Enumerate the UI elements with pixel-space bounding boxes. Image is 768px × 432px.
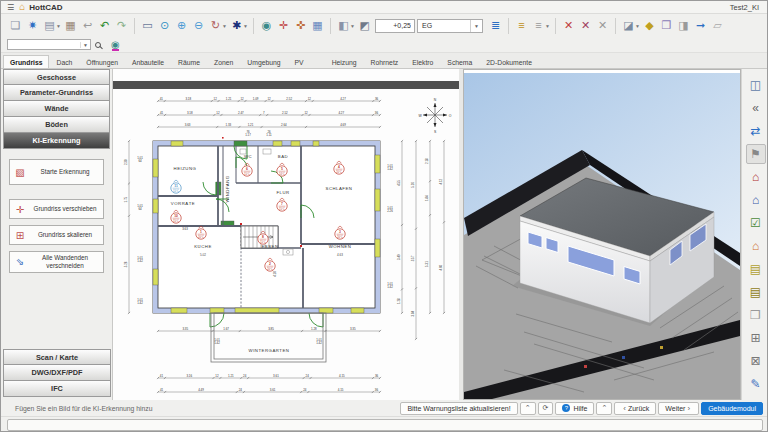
refresh-icon[interactable]: ⟳ <box>538 402 554 415</box>
sidebar-section-parameter-grundriss[interactable]: Parameter-Grundriss <box>3 85 110 101</box>
svg-text:15°C: 15°C <box>260 240 266 244</box>
tab-räume[interactable]: Räume <box>171 55 207 68</box>
zoom-icon[interactable]: ⊙ <box>156 17 173 34</box>
svg-text:3.61: 3.61 <box>273 374 279 378</box>
command-line[interactable] <box>7 419 763 431</box>
save-building-view-icon[interactable]: ⌂ <box>746 190 766 210</box>
svg-text:O: O <box>449 114 452 118</box>
building-parts-icon[interactable]: ⌂ <box>746 236 766 256</box>
search-icon[interactable] <box>95 42 101 48</box>
zoom-out-icon[interactable]: ⊖ <box>190 17 207 34</box>
tab-pv[interactable]: PV <box>288 55 311 68</box>
svg-text:36: 36 <box>375 97 379 101</box>
back-button[interactable]: ‹Zurück <box>614 402 656 415</box>
sidebar-section-geschosse[interactable]: Geschosse <box>3 69 110 85</box>
highlight-visibility-icon[interactable]: ◉ <box>111 39 120 50</box>
sidebar-section-scan-karte[interactable]: Scan / Karte <box>3 349 111 365</box>
help-collapse-button[interactable]: ⌃ <box>596 402 612 415</box>
level-offset-input[interactable] <box>375 19 415 33</box>
wall-trim2-icon[interactable]: ✕ <box>577 17 594 34</box>
tab-anbauteile[interactable]: Anbauteile <box>125 55 171 68</box>
send-plan-icon[interactable]: ↩ <box>79 17 96 34</box>
sidebar-section-b-den[interactable]: Böden <box>3 117 110 133</box>
tab-grundriss[interactable]: Grundriss <box>3 55 49 68</box>
dimension-row: 2.301.755.26 <box>124 140 130 314</box>
floorplan-canvas[interactable]: N S W O 413.18121.21121.09122.52124.2736… <box>113 69 459 400</box>
svg-text:WINTERGARTEN: WINTERGARTEN <box>249 348 290 353</box>
model-box-icon[interactable]: ▱ <box>709 17 726 34</box>
room-wintergarten: WINTERGARTEN <box>249 348 290 353</box>
search-combobox[interactable]: ▼ <box>7 39 91 50</box>
sidebar-section-ki-erkennung[interactable]: KI-Erkennung <box>3 133 110 149</box>
svg-text:20°C: 20°C <box>336 170 342 174</box>
slab-icon[interactable]: ◆ <box>641 17 658 34</box>
tool-scale-plan[interactable]: ⊞Grundriss skalieren <box>9 225 104 245</box>
remove-component-icon[interactable]: ⊠ <box>746 351 766 371</box>
print-icon[interactable]: ▦ <box>62 17 79 34</box>
next-button[interactable]: Weiter› <box>658 402 699 415</box>
tab-elektro[interactable]: Elektro <box>405 55 440 68</box>
visibility-icon[interactable]: ◉ <box>258 17 275 34</box>
floor-layers-alt-icon[interactable]: ▤ <box>746 282 766 302</box>
sidebar-section-dwg-dxf-pdf[interactable]: DWG/DXF/PDF <box>3 365 111 381</box>
svg-text:2.18: 2.18 <box>425 158 429 164</box>
tab-2d-dokumente[interactable]: 2D-Dokumente <box>479 55 539 68</box>
tool-start-recognition[interactable]: ▧Starte Erkennung <box>9 159 104 185</box>
tool-move-plan[interactable]: ✛Grundriss verschieben <box>9 199 104 219</box>
approve-model-icon[interactable]: ☑ <box>746 213 766 233</box>
hamburger-menu-icon[interactable]: ☰ <box>7 3 14 12</box>
help-button[interactable]: ?Hilfe <box>555 402 594 415</box>
chevron-down-icon[interactable]: ▼ <box>80 42 90 48</box>
viewer-3d[interactable] <box>463 69 741 400</box>
tab-rohrnetz[interactable]: Rohrnetz <box>364 55 406 68</box>
component-box-icon[interactable]: ❒ <box>746 305 766 325</box>
tool-trim-wall-ends[interactable]: ⇘Alle Wandenden verschneiden <box>9 251 104 273</box>
undo-icon[interactable]: ↶ <box>96 17 113 34</box>
viewport-layout-icon[interactable]: ◫ <box>746 75 766 95</box>
redo-icon[interactable]: ↷ <box>113 17 130 34</box>
building-module-button[interactable]: Gebäudemodul <box>701 402 763 415</box>
select-area-icon[interactable]: ▭ <box>139 17 156 34</box>
chevron-down-icon[interactable]: ▼ <box>470 20 482 32</box>
measure-multi-icon[interactable]: ✜ <box>292 17 309 34</box>
tab-dach[interactable]: Dach <box>49 55 79 68</box>
svg-text:4.63: 4.63 <box>337 253 343 257</box>
move-arrow-icon[interactable]: ➞ <box>692 17 709 34</box>
split-level-icon[interactable]: ◨ <box>675 17 692 34</box>
volume-icon[interactable]: ❒ <box>658 17 675 34</box>
wall-trim3-icon[interactable]: ✕ <box>594 17 611 34</box>
tab-umgebung[interactable]: Umgebung <box>240 55 287 68</box>
warning-list-button[interactable]: Bitte Warnungsliste aktualisieren! <box>400 402 517 415</box>
swap-views-icon[interactable]: ⇄ <box>746 121 766 141</box>
wall-trim-icon[interactable]: ✕ <box>560 17 577 34</box>
tab-zonen[interactable]: Zonen <box>207 55 240 68</box>
new-project-icon[interactable]: ✷ <box>24 17 41 34</box>
tab-schema[interactable]: Schema <box>440 55 479 68</box>
tab-öffnungen[interactable]: Öffnungen <box>79 55 125 68</box>
floor-list-icon[interactable]: ≣ <box>487 17 504 34</box>
sidebar-section-w-nde[interactable]: Wände <box>3 101 110 117</box>
svg-text:3.35: 3.35 <box>350 327 356 331</box>
svg-text:24: 24 <box>303 388 307 392</box>
sidebar-section-ifc[interactable]: IFC <box>3 381 111 397</box>
pin-view-icon[interactable]: ⚑ <box>746 144 766 164</box>
grid-icon[interactable]: ▦ <box>309 17 326 34</box>
dimension-style2-icon-dropdown[interactable]: ▼ <box>545 23 551 29</box>
warning-collapse-button[interactable]: ⌃ <box>520 402 536 415</box>
add-component-icon[interactable]: ⊞ <box>746 328 766 348</box>
svg-text:1.21: 1.21 <box>226 97 232 101</box>
floor-layers-icon[interactable]: ▤ <box>746 259 766 279</box>
camera-view-icon[interactable]: ◩ <box>356 17 373 34</box>
render-mode-icon-dropdown[interactable]: ▼ <box>243 23 249 29</box>
measure-icon[interactable]: ✛ <box>275 17 292 34</box>
zoom-in-icon[interactable]: ⊕ <box>173 17 190 34</box>
dimension-style-icon[interactable]: ≡ <box>513 17 530 34</box>
svg-text:36: 36 <box>375 374 379 378</box>
collapse-panel-icon[interactable]: « <box>746 98 766 118</box>
tab-heizung[interactable]: Heizung <box>325 55 364 68</box>
svg-text:24°C: 24°C <box>279 172 285 176</box>
new-document-icon[interactable]: ❏ <box>7 17 24 34</box>
edit-component-icon[interactable]: ✎ <box>746 374 766 394</box>
floor-select[interactable]: EG ▼ <box>417 19 483 33</box>
show-building-icon[interactable]: ⌂ <box>746 167 766 187</box>
